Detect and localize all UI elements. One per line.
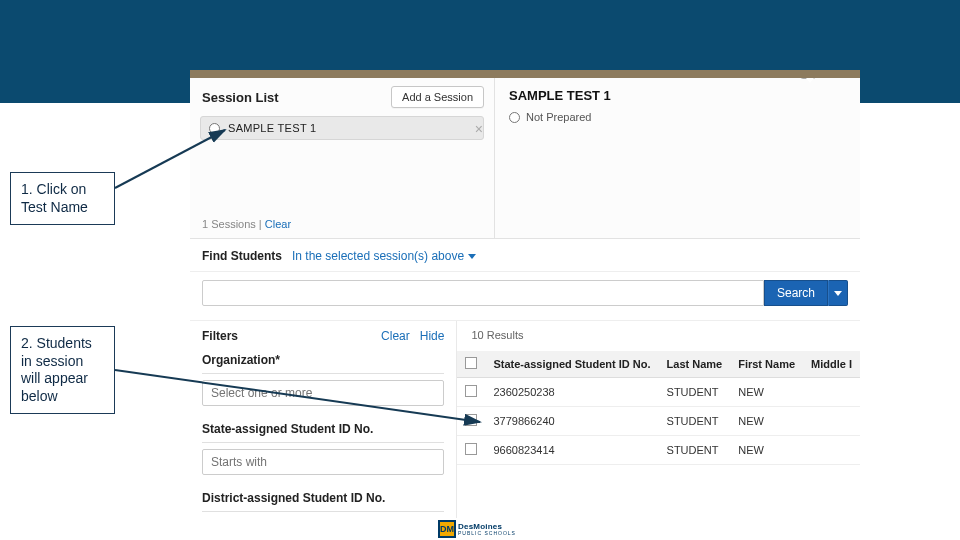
callout-step-1-text: 1. Click on Test Name	[21, 181, 88, 215]
session-list-header: Session List Add a Session	[190, 78, 494, 114]
col-last-name[interactable]: Last Name	[659, 351, 731, 378]
results-table: State-assigned Student ID No. Last Name …	[457, 351, 860, 465]
state-id-label: State-assigned Student ID No.	[202, 416, 444, 440]
col-first-name[interactable]: First Name	[730, 351, 803, 378]
select-all-checkbox[interactable]	[465, 357, 477, 369]
cell-last-name: STUDENT	[659, 378, 731, 407]
session-status-text: Not Prepared	[526, 111, 591, 123]
results-header-row: State-assigned Student ID No. Last Name …	[457, 351, 860, 378]
filters-header: Filters Clear Hide	[202, 325, 444, 347]
remove-session-button[interactable]: ×	[471, 121, 487, 137]
upper-panels: Session List Add a Session SAMPLE TEST 1…	[190, 78, 860, 239]
filters-hide-link[interactable]: Hide	[420, 329, 445, 343]
find-students-row: Find Students In the selected session(s)…	[190, 239, 860, 272]
table-row[interactable]: 3779866240 STUDENT NEW	[457, 407, 860, 436]
cell-state-id: 3779866240	[485, 407, 658, 436]
find-scope-dropdown[interactable]: In the selected session(s) above	[292, 249, 476, 263]
clear-sessions-link[interactable]: Clear	[265, 218, 291, 230]
status-radio-icon	[509, 112, 520, 123]
session-list-item-label: SAMPLE TEST 1	[228, 122, 316, 134]
session-list-panel: Session List Add a Session SAMPLE TEST 1…	[190, 78, 495, 238]
search-row: Search	[190, 272, 860, 321]
cell-last-name: STUDENT	[659, 407, 731, 436]
app-screenshot: Session List Add a Session SAMPLE TEST 1…	[190, 70, 860, 518]
footer-logo: DM DesMoines PUBLIC SCHOOLS	[438, 520, 522, 538]
filters-links: Clear Hide	[381, 329, 444, 343]
filters-clear-link[interactable]: Clear	[381, 329, 410, 343]
filters-title: Filters	[202, 329, 238, 343]
table-row[interactable]: 9660823414 STUDENT NEW	[457, 436, 860, 465]
lower-panels: Filters Clear Hide Organization* State-a…	[190, 321, 860, 518]
session-list-title: Session List	[202, 90, 279, 105]
filters-panel: Filters Clear Hide Organization* State-a…	[190, 321, 457, 518]
divider	[202, 511, 444, 512]
radio-icon	[209, 123, 220, 134]
results-count: 10 Results	[457, 325, 860, 351]
find-scope-text: In the selected session(s) above	[292, 249, 464, 263]
divider	[202, 373, 444, 374]
callout-step-2-text: 2. Students in session will appear below	[21, 335, 92, 404]
cell-state-id: 2360250238	[485, 378, 658, 407]
find-students-label: Find Students	[202, 249, 282, 263]
callout-step-1: 1. Click on Test Name	[10, 172, 115, 225]
col-state-id[interactable]: State-assigned Student ID No.	[485, 351, 658, 378]
table-row[interactable]: 2360250238 STUDENT NEW	[457, 378, 860, 407]
logo-mark-icon: DM	[438, 520, 456, 538]
search-button[interactable]: Search	[764, 280, 828, 306]
chevron-down-icon	[834, 291, 842, 296]
organization-label: Organization*	[202, 347, 444, 371]
divider	[202, 442, 444, 443]
row-checkbox[interactable]	[465, 385, 477, 397]
student-search-input[interactable]	[202, 280, 764, 306]
col-middle[interactable]: Middle I	[803, 351, 860, 378]
search-dropdown-button[interactable]	[828, 280, 848, 306]
chevron-down-icon	[468, 254, 476, 259]
cell-state-id: 9660823414	[485, 436, 658, 465]
row-checkbox[interactable]	[465, 414, 477, 426]
session-detail-status: Not Prepared	[495, 109, 860, 125]
cell-first-name: NEW	[730, 378, 803, 407]
state-id-input[interactable]	[202, 449, 444, 475]
cell-last-name: STUDENT	[659, 436, 731, 465]
row-checkbox[interactable]	[465, 443, 477, 455]
session-detail-panel: SAMPLE TEST 1 Not Prepared	[495, 78, 860, 238]
session-list-footer: 1 Sessions | Clear	[202, 218, 291, 230]
session-list-item[interactable]: SAMPLE TEST 1 ×	[200, 116, 484, 140]
results-panel: 10 Results State-assigned Student ID No.…	[457, 321, 860, 518]
session-count-text: 1 Sessions |	[202, 218, 262, 230]
session-detail-title: SAMPLE TEST 1	[495, 78, 860, 109]
organization-select[interactable]	[202, 380, 444, 406]
cell-first-name: NEW	[730, 407, 803, 436]
logo-line2: PUBLIC SCHOOLS	[458, 531, 516, 536]
cell-first-name: NEW	[730, 436, 803, 465]
callout-step-2: 2. Students in session will appear below	[10, 326, 115, 414]
logo-text: DesMoines PUBLIC SCHOOLS	[458, 523, 516, 536]
add-session-button[interactable]: Add a Session	[391, 86, 484, 108]
district-id-label: District-assigned Student ID No.	[202, 485, 444, 509]
